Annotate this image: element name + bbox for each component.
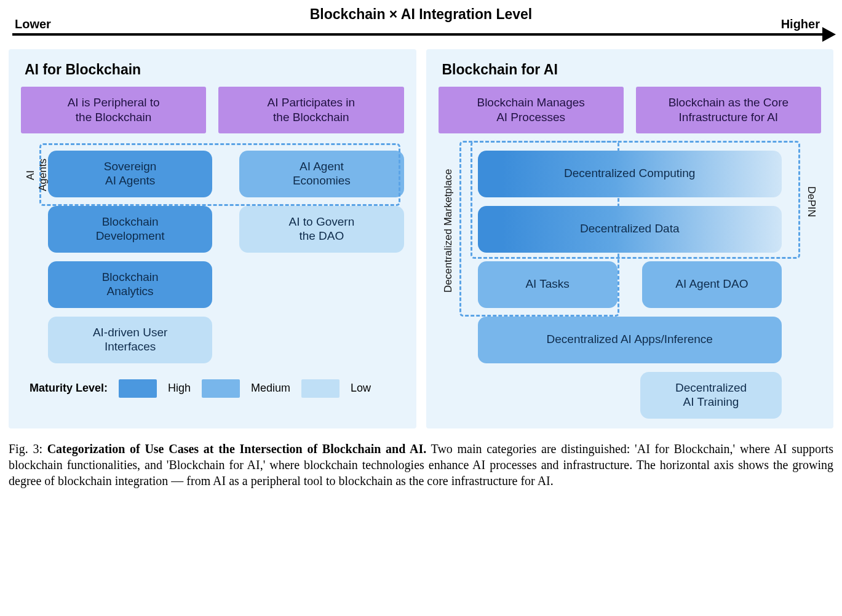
right-body: Decentralized Marketplace DePIN Decentra… — [439, 143, 822, 419]
left-body: AI Agents SovereignAI Agents BlockchainD… — [21, 143, 404, 363]
left-col-1: SovereignAI Agents BlockchainDevelopment… — [48, 151, 212, 363]
card-ai-driven-ui: AI-driven UserInterfaces — [48, 317, 212, 363]
left-columns: SovereignAI Agents BlockchainDevelopment… — [21, 143, 404, 363]
left-col-2: AI AgentEconomies AI to Governthe DAO — [239, 151, 403, 363]
panel-blockchain-for-ai: Blockchain for AI Blockchain ManagesAI P… — [426, 49, 834, 428]
card-ai-agent-dao: AI Agent DAO — [642, 261, 782, 308]
panel-title-left: AI for Blockchain — [25, 61, 404, 78]
axis-title: Blockchain × AI Integration Level — [9, 6, 833, 23]
sub-blockchain-core: Blockchain as the CoreInfrastructure for… — [636, 87, 821, 133]
figure-caption: Fig. 3: Categorization of Use Cases at t… — [9, 441, 833, 489]
legend-title: Maturity Level: — [30, 382, 108, 395]
panels-row: AI for Blockchain AI is Peripheral tothe… — [9, 49, 833, 428]
group-ai-agents-label: AI Agents — [25, 153, 49, 197]
right-stack: Decentralized Computing Decentralized Da… — [468, 143, 792, 419]
card-ai-tasks: AI Tasks — [478, 261, 618, 308]
integration-axis: Blockchain × AI Integration Level Lower … — [9, 6, 833, 42]
legend-label-low: Low — [351, 382, 371, 395]
axis-line — [12, 33, 830, 36]
sub-ai-participates: AI Participates inthe Blockchain — [218, 87, 403, 133]
card-decentralized-data: Decentralized Data — [478, 206, 782, 253]
caption-fig-number: Fig. 3: — [9, 442, 42, 456]
sub-blockchain-manages: Blockchain ManagesAI Processes — [439, 87, 624, 133]
group-depin-label: DePIN — [805, 178, 817, 227]
caption-title: Categorization of Use Cases at the Inter… — [47, 442, 427, 456]
panel-title-right: Blockchain for AI — [442, 61, 822, 78]
right-row-5: DecentralizedAI Training — [478, 372, 782, 419]
card-blockchain-analytics: BlockchainAnalytics — [48, 261, 212, 308]
legend-label-medium: Medium — [251, 382, 290, 395]
card-ai-govern-dao: AI to Governthe DAO — [239, 206, 403, 253]
legend-swatch-low — [301, 379, 340, 398]
right-row-3: AI Tasks AI Agent DAO — [478, 261, 782, 308]
arrow-right-icon — [822, 27, 836, 42]
right-subcategory-row: Blockchain ManagesAI Processes Blockchai… — [439, 87, 822, 133]
card-decentralized-apps-inference: Decentralized AI Apps/Inference — [478, 317, 782, 363]
legend-swatch-high — [119, 379, 157, 398]
axis-low-label: Lower — [15, 17, 51, 31]
card-blockchain-development: BlockchainDevelopment — [48, 206, 212, 253]
card-ai-agent-economies: AI AgentEconomies — [239, 151, 403, 197]
legend-label-high: High — [168, 382, 191, 395]
group-decentralized-marketplace-label: Decentralized Marketplace — [442, 157, 455, 304]
maturity-legend: Maturity Level: High Medium Low — [21, 379, 404, 398]
sub-ai-peripheral: AI is Peripheral tothe Blockchain — [21, 87, 206, 133]
card-decentralized-ai-training: DecentralizedAI Training — [640, 372, 782, 419]
left-subcategory-row: AI is Peripheral tothe Blockchain AI Par… — [21, 87, 404, 133]
axis-high-label: Higher — [781, 17, 820, 31]
panel-ai-for-blockchain: AI for Blockchain AI is Peripheral tothe… — [9, 49, 416, 428]
legend-swatch-medium — [202, 379, 240, 398]
card-decentralized-computing: Decentralized Computing — [478, 151, 782, 197]
card-sovereign-ai-agents: SovereignAI Agents — [48, 151, 212, 197]
